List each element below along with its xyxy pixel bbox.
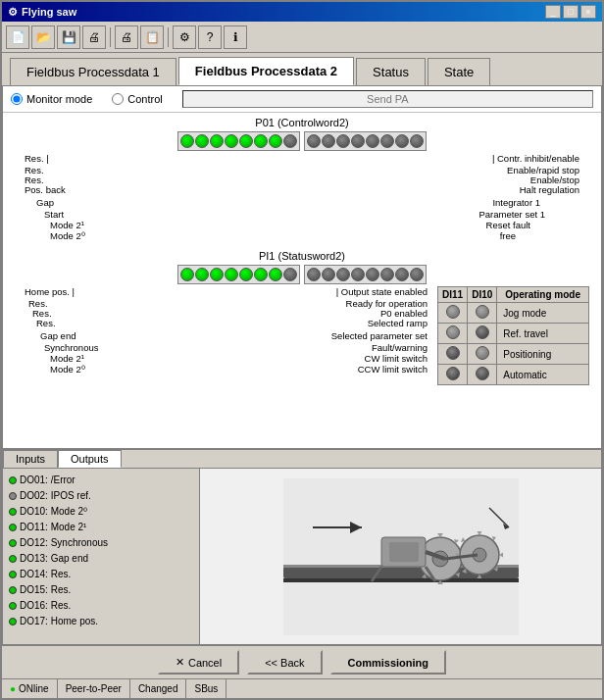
- led-do16: [9, 602, 17, 610]
- bit-pi1-1: [195, 268, 209, 281]
- led-do12: [9, 539, 17, 547]
- bit-pi1-2: [210, 268, 224, 281]
- list-item: DO02: IPOS ref.: [9, 488, 193, 503]
- open-button[interactable]: 📂: [31, 25, 55, 49]
- bit-p01-11: [351, 134, 365, 148]
- pi1-label-cwlimit: CW limit switch: [365, 353, 428, 364]
- table-row: Automatic: [438, 365, 589, 385]
- tools-button[interactable]: ⚙: [173, 25, 196, 49]
- pi1-label-homepos: Home pos. |: [25, 286, 75, 297]
- bit-pi1-11: [351, 268, 365, 281]
- bit-pi1-13: [380, 268, 394, 281]
- opmode-header: Operating mode: [497, 287, 589, 303]
- back-button[interactable]: << Back: [247, 650, 322, 675]
- led-do17: [9, 618, 17, 625]
- bit-p01-10: [336, 134, 350, 148]
- tab-outputs[interactable]: Outputs: [58, 450, 122, 468]
- control-mode-label: Control: [127, 93, 162, 105]
- led-do13: [9, 555, 17, 563]
- tab-inputs[interactable]: Inputs: [3, 450, 58, 468]
- title-bar-left: ⚙ Flying saw: [8, 6, 76, 19]
- di10-circle-3: [476, 346, 489, 360]
- tab-status[interactable]: Status: [356, 58, 426, 85]
- do16-label: DO16: Res.: [20, 598, 71, 613]
- preview-button[interactable]: 📋: [140, 25, 164, 49]
- list-item: DO14: Res.: [9, 567, 193, 581]
- print-button[interactable]: 🖨: [115, 25, 138, 49]
- list-item: DO10: Mode 2⁰: [9, 504, 193, 519]
- pi1-bit-group-2: [304, 265, 427, 284]
- maximize-button[interactable]: □: [563, 5, 579, 19]
- monitor-mode-group: Monitor mode: [11, 93, 92, 105]
- bit-p01-8: [307, 134, 321, 148]
- control-mode-group: Control: [112, 93, 162, 105]
- info-button[interactable]: ℹ: [224, 25, 247, 49]
- led-do02: [9, 492, 17, 500]
- status-bar: ONline Peer-to-Peer Changed SBus: [2, 678, 602, 698]
- svg-rect-3: [283, 578, 519, 582]
- close-button[interactable]: ×: [580, 5, 596, 19]
- p01-label-res1: Res. |: [25, 153, 49, 164]
- p01-label-gap: Gap: [36, 197, 54, 208]
- tab-fieldbus1[interactable]: Fieldbus Processdata 1: [10, 58, 176, 85]
- bit-pi1-3: [225, 268, 238, 281]
- minimize-button[interactable]: _: [545, 5, 561, 19]
- svg-rect-25: [389, 542, 419, 562]
- bit-pi1-10: [336, 268, 350, 281]
- new-button[interactable]: 📄: [6, 25, 29, 49]
- footer-buttons: ✕ Cancel << Back Commissioning: [2, 645, 602, 678]
- pi1-label-ccwlimit: CCW limit switch: [358, 364, 428, 375]
- p01-label-integrator: Integrator 1: [492, 197, 540, 208]
- bit-pi1-0: [180, 268, 194, 281]
- send-pa-field[interactable]: [182, 90, 593, 108]
- cancel-button[interactable]: ✕ Cancel: [158, 650, 239, 675]
- tab-fieldbus2[interactable]: Fieldbus Processdata 2: [178, 57, 354, 85]
- list-item: DO17: Home pos.: [9, 614, 193, 628]
- bit-p01-7: [283, 134, 297, 148]
- bit-pi1-4: [239, 268, 253, 281]
- bit-pi1-15: [410, 268, 424, 281]
- save-button[interactable]: 💾: [57, 25, 80, 49]
- p01-bit-group-1: [177, 131, 300, 151]
- p01-bit-group-2: [304, 131, 427, 151]
- table-row: Ref. travel: [438, 324, 589, 344]
- status-sbus: SBus: [186, 679, 226, 698]
- pi1-label-synchronous: Synchronous: [44, 342, 98, 353]
- p01-label-start: Start: [44, 209, 64, 220]
- list-item: DO16: Res.: [9, 598, 193, 613]
- control-mode-radio[interactable]: [112, 93, 124, 105]
- pi1-label-mode21: Mode 2¹: [50, 353, 84, 364]
- bit-p01-15: [410, 134, 424, 148]
- inner-content: P01 (Controlword2): [3, 113, 601, 448]
- do02-label: DO02: IPOS ref.: [20, 488, 91, 503]
- bit-p01-0: [180, 134, 194, 148]
- opmode-cell-1: Jog mode: [497, 303, 589, 324]
- di11-circle-3: [446, 346, 460, 360]
- p01-label-mode21: Mode 2¹: [50, 220, 84, 230]
- pi1-label-outputstate: | Output state enabled: [336, 286, 428, 297]
- main-content: Monitor mode Control P01 (Controlword2): [2, 85, 602, 645]
- opmode-cell-2: Ref. travel: [497, 324, 589, 344]
- led-do10: [9, 508, 17, 516]
- led-do11: [9, 524, 17, 531]
- pi1-bit-group-1: [177, 265, 300, 284]
- do11-label: DO11: Mode 2¹: [20, 520, 86, 534]
- save-as-button[interactable]: 🖨: [82, 25, 106, 49]
- table-row: Positioning: [438, 344, 589, 365]
- bit-pi1-9: [322, 268, 335, 281]
- monitor-mode-label: Monitor mode: [26, 93, 92, 105]
- p01-label-free: free: [500, 230, 516, 241]
- bottom-content: DO01: /Error DO02: IPOS ref. DO10: Mode …: [3, 469, 601, 644]
- tab-state[interactable]: State: [428, 58, 490, 85]
- monitor-mode-radio[interactable]: [11, 93, 23, 105]
- commissioning-button[interactable]: Commissioning: [330, 650, 447, 675]
- help-button[interactable]: ?: [198, 25, 222, 49]
- list-item: DO15: Res.: [9, 582, 193, 597]
- list-item: DO11: Mode 2¹: [9, 520, 193, 534]
- pi1-label-selectedramp: Selected ramp: [368, 318, 428, 328]
- cancel-icon: ✕: [176, 656, 184, 669]
- pi1-section: PI1 (Statusword2): [3, 248, 601, 403]
- title-bar-controls: _ □ ×: [545, 5, 596, 19]
- opmode-cell-4: Automatic: [497, 365, 589, 385]
- p01-label-posback: Pos. back: [25, 184, 66, 195]
